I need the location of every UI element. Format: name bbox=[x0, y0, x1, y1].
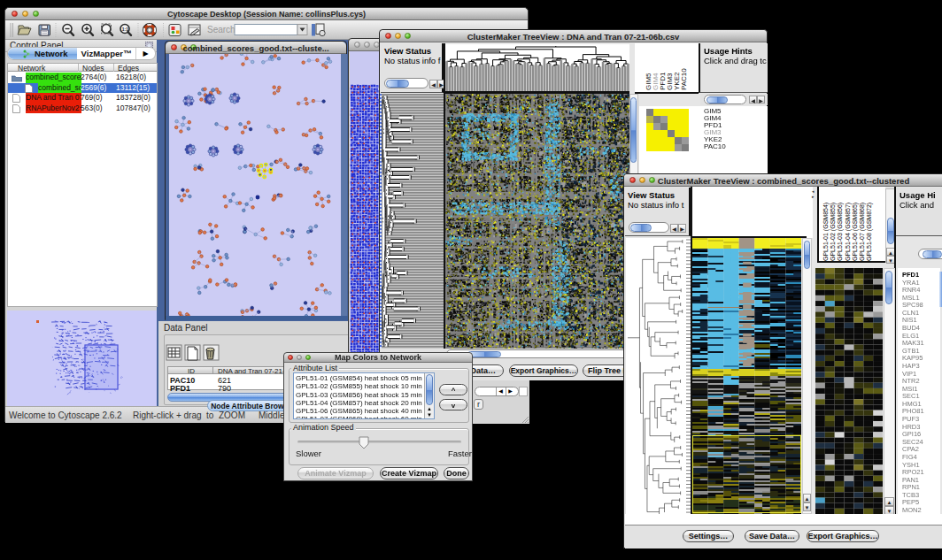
svg-text:1:1: 1:1 bbox=[122, 27, 128, 32]
svg-text:Search:: Search: bbox=[207, 25, 237, 35]
